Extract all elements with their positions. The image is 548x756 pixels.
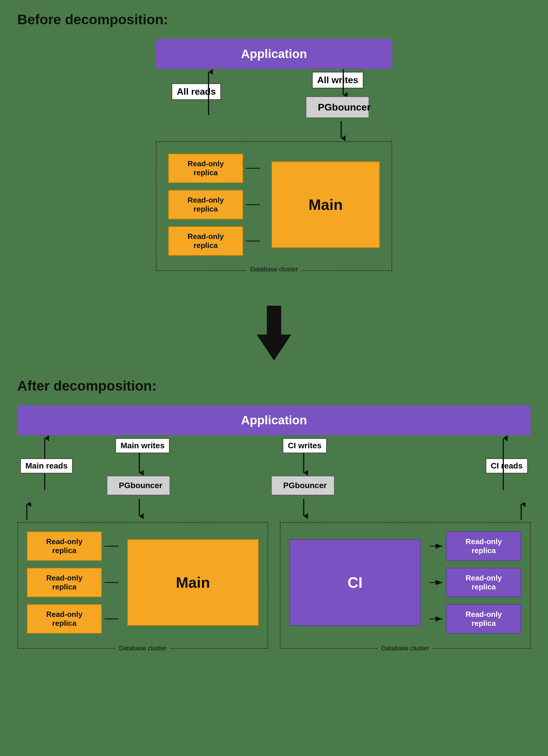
after-main-replica-arrow-3 — [104, 616, 119, 622]
before-replica-1: Read-only replica — [168, 154, 243, 183]
after-app-box: Application — [17, 405, 531, 435]
replica-arrow-1 — [246, 165, 260, 171]
before-section: Before decomposition: Application All re… — [17, 12, 531, 271]
main-pgb-down-arrow — [135, 499, 144, 519]
all-writes-arrow — [339, 69, 347, 98]
main-reads-up-arrow — [23, 503, 31, 523]
after-main-cluster: Read-only replica Read-only replica — [17, 522, 268, 649]
before-title: Before decomposition: — [17, 12, 531, 27]
before-pgbouncer: PGbouncer — [306, 96, 369, 118]
ci-pgb-down-arrow — [299, 499, 308, 519]
after-main-box: Main — [127, 539, 259, 626]
after-ci-pgbouncer: PGbouncer — [271, 476, 334, 495]
main-writes-arrow — [135, 453, 144, 476]
ci-writes-arrow — [299, 453, 308, 476]
ci-writes-label: CI writes — [282, 438, 327, 453]
after-ci-replica-arrow-2 — [429, 580, 444, 585]
after-main-replicas-col: Read-only replica Read-only replica — [27, 531, 119, 634]
after-ci-replica-arrow-3 — [429, 616, 444, 622]
after-main-pgbouncer: PGbouncer — [107, 476, 170, 495]
before-replica-3: Read-only replica — [168, 226, 243, 256]
all-reads-label: All reads — [172, 83, 221, 100]
main-reads-label: Main reads — [20, 458, 73, 473]
before-replica-2: Read-only replica — [168, 190, 243, 219]
replica-arrow-2 — [246, 202, 260, 208]
after-main-replica-2: Read-only replica — [27, 568, 102, 597]
after-ci-replicas-col: Read-only replica Read-only replica — [429, 531, 521, 634]
after-section: After decomposition: Application Main re… — [17, 378, 531, 649]
after-main-replica-arrow-1 — [104, 543, 119, 549]
before-main-box: Main — [272, 161, 380, 248]
after-ci-replica-2: Read-only replica — [446, 568, 521, 597]
after-ci-replica-arrow-1 — [429, 543, 444, 549]
pgbouncer-down-arrow — [337, 121, 345, 141]
main-writes-label: Main writes — [115, 438, 170, 453]
after-main-cluster-label: Database cluster — [115, 645, 170, 652]
before-app-box: Application — [156, 39, 392, 69]
after-ci-replica-1: Read-only replica — [446, 531, 521, 561]
ci-reads-arrow — [499, 435, 508, 493]
after-ci-cluster: CI Read-only replica — [280, 522, 531, 649]
before-diagram: Application All reads All writes — [17, 39, 531, 271]
before-db-cluster-label: Database cluster — [247, 266, 301, 273]
after-title: After decomposition: — [17, 378, 531, 394]
all-reads-arrow — [204, 69, 213, 118]
replica-arrow-3 — [246, 238, 260, 244]
before-replicas-col: Read-only replica Read-only replica — [168, 154, 260, 256]
before-db-cluster: Read-only replica Read-only replica — [156, 141, 392, 271]
after-main-replica-1: Read-only replica — [27, 531, 102, 561]
after-ci-replica-3: Read-only replica — [446, 604, 521, 634]
transition-arrow — [17, 288, 531, 378]
after-ci-cluster-label: Database cluster — [378, 645, 432, 652]
all-writes-label: All writes — [312, 72, 363, 88]
after-main-replica-3: Read-only replica — [27, 604, 102, 634]
ci-reads-up-arrow — [517, 503, 525, 523]
after-ci-box: CI — [289, 539, 421, 626]
after-main-replica-arrow-2 — [104, 580, 119, 585]
